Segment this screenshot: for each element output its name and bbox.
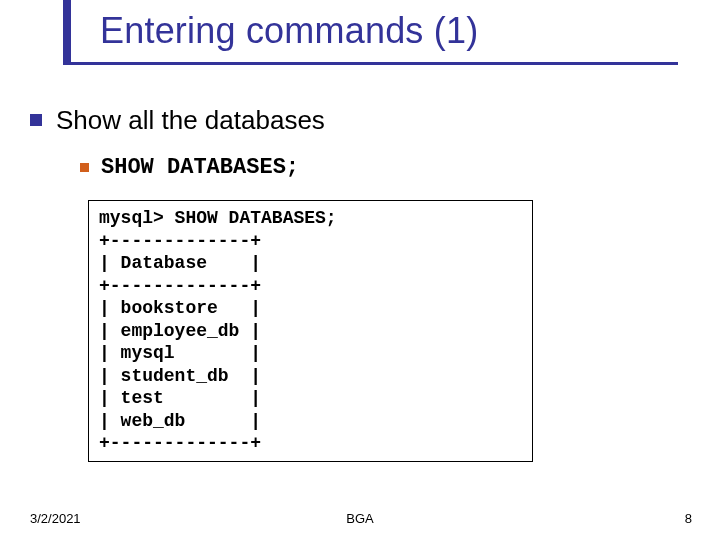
slide-title: Entering commands (1) bbox=[100, 10, 478, 52]
square-bullet-small-icon bbox=[80, 163, 89, 172]
bullet-level-2-text: SHOW DATABASES; bbox=[101, 155, 299, 180]
title-underline bbox=[63, 62, 678, 65]
footer-center: BGA bbox=[0, 511, 720, 526]
footer-page-number: 8 bbox=[685, 511, 692, 526]
code-output-text: mysql> SHOW DATABASES; +-------------+ |… bbox=[99, 207, 522, 455]
bullet-level-1-text: Show all the databases bbox=[56, 105, 325, 135]
title-accent-bar bbox=[63, 0, 71, 62]
bullet-level-1: Show all the databases bbox=[30, 103, 325, 136]
code-output-box: mysql> SHOW DATABASES; +-------------+ |… bbox=[88, 200, 533, 462]
square-bullet-icon bbox=[30, 114, 42, 126]
bullet-level-2: SHOW DATABASES; bbox=[80, 153, 299, 180]
